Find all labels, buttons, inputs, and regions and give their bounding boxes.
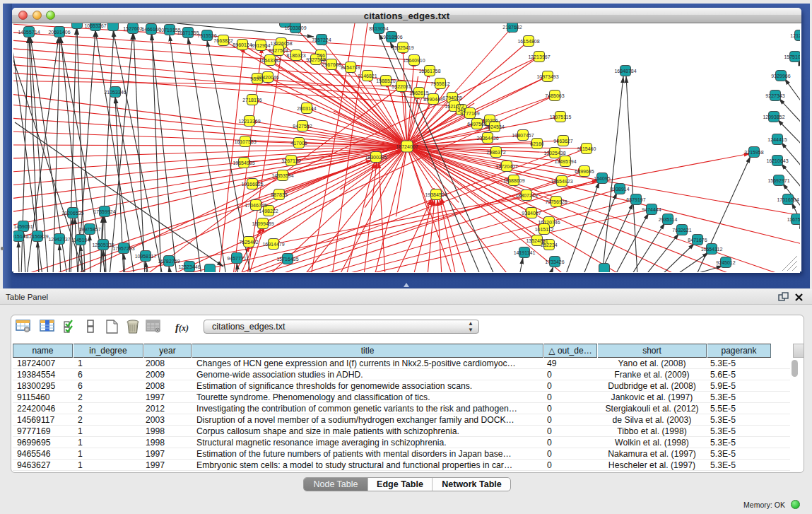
svg-text:12213967: 12213967	[528, 54, 550, 59]
svg-text:16543382: 16543382	[259, 58, 281, 63]
svg-text:5322037: 5322037	[392, 84, 411, 89]
svg-text:7625402: 7625402	[239, 240, 258, 245]
svg-text:19166825: 19166825	[241, 182, 263, 187]
svg-text:20206535: 20206535	[61, 211, 83, 216]
svg-text:8471676: 8471676	[688, 238, 707, 243]
svg-text:9463627: 9463627	[553, 139, 572, 144]
svg-text:2187682: 2187682	[502, 25, 522, 30]
svg-text:16961758: 16961758	[418, 69, 440, 74]
svg-text:19975857: 19975857	[78, 227, 100, 232]
svg-text:16107533: 16107533	[234, 139, 256, 144]
svg-text:16848784: 16848784	[614, 69, 636, 74]
svg-text:7515526: 7515526	[197, 33, 216, 38]
svg-text:13495794: 13495794	[554, 159, 576, 164]
svg-text:1615112: 1615112	[535, 227, 554, 232]
svg-text:9115460: 9115460	[577, 146, 596, 151]
svg-text:6794028: 6794028	[442, 95, 461, 100]
svg-text:7485063: 7485063	[545, 93, 564, 98]
svg-text:62160: 62160	[530, 141, 544, 146]
svg-text:9457771: 9457771	[227, 256, 246, 261]
svg-text:12213369: 12213369	[238, 119, 260, 124]
svg-text:16120746: 16120746	[538, 220, 560, 225]
svg-text:18300295: 18300295	[365, 155, 387, 160]
svg-text:15720407: 15720407	[495, 164, 517, 169]
svg-text:19218506: 19218506	[380, 35, 402, 40]
svg-text:2986372: 2986372	[486, 150, 505, 155]
svg-text:1733426: 1733426	[545, 259, 564, 264]
svg-text:16210643: 16210643	[766, 158, 788, 163]
svg-text:15716485: 15716485	[276, 257, 298, 262]
svg-text:12156829: 12156829	[26, 234, 48, 239]
svg-text:746206: 746206	[481, 118, 498, 123]
svg-text:13226058: 13226058	[270, 41, 292, 46]
svg-text:2718176: 2718176	[242, 98, 261, 103]
svg-text:15640910: 15640910	[403, 58, 425, 63]
svg-text:7955812: 7955812	[430, 81, 449, 86]
svg-text:8454749: 8454749	[341, 65, 360, 70]
svg-text:252234: 252234	[541, 243, 557, 247]
svg-text:1212506: 1212506	[790, 33, 800, 38]
svg-text:8813054: 8813054	[369, 26, 388, 31]
svg-text:10654112: 10654112	[701, 247, 723, 252]
svg-text:12505135: 12505135	[92, 243, 114, 247]
svg-text:16671355: 16671355	[177, 30, 199, 35]
svg-text:3267130: 3267130	[281, 158, 300, 163]
svg-text:14055714: 14055714	[18, 30, 40, 35]
svg-text:887833: 887833	[271, 192, 287, 197]
svg-text:417006: 417006	[290, 141, 307, 146]
svg-text:3024534: 3024534	[485, 124, 504, 129]
svg-text:19654923: 19654923	[551, 179, 572, 184]
svg-text:16914479: 16914479	[262, 242, 284, 247]
svg-text:1498222: 1498222	[259, 209, 278, 214]
svg-text:7632621: 7632621	[672, 228, 691, 233]
svg-text:1562615: 1562615	[409, 90, 428, 95]
svg-text:1167534: 1167534	[787, 217, 800, 222]
svg-text:1145194: 1145194	[71, 238, 90, 243]
svg-text:9329966: 9329966	[771, 74, 790, 78]
svg-text:12942737: 12942737	[48, 237, 70, 242]
svg-text:10688609: 10688609	[502, 178, 524, 183]
svg-text:18724007: 18724007	[396, 144, 418, 149]
svg-text:1244415: 1244415	[767, 137, 787, 142]
svg-text:17016504: 17016504	[777, 197, 799, 202]
svg-text:12323446: 12323446	[178, 264, 200, 269]
svg-text:8938914: 8938914	[610, 187, 629, 192]
svg-text:164095: 164095	[594, 176, 610, 181]
svg-text:10958117: 10958117	[135, 254, 157, 259]
svg-text:15751074: 15751074	[784, 54, 800, 59]
svg-text:6879197: 6879197	[626, 197, 645, 202]
svg-text:9384067: 9384067	[522, 211, 541, 216]
svg-text:15325419: 15325419	[392, 45, 413, 50]
svg-text:10653267: 10653267	[84, 23, 106, 28]
svg-text:6899695: 6899695	[575, 169, 594, 174]
svg-text:8427552: 8427552	[293, 124, 312, 129]
svg-text:9777169: 9777169	[460, 111, 479, 116]
svg-text:9474444: 9474444	[642, 207, 661, 212]
svg-text:14353594: 14353594	[271, 173, 293, 178]
svg-text:16154808: 16154808	[517, 39, 539, 44]
svg-text:79756928: 79756928	[545, 199, 567, 204]
svg-text:17957253: 17957253	[112, 246, 134, 251]
svg-text:19384554: 19384554	[425, 192, 447, 197]
svg-text:9227343: 9227343	[765, 93, 784, 98]
svg-text:14191141: 14191141	[514, 250, 536, 255]
svg-text:12093852: 12093852	[763, 115, 784, 119]
svg-text:9327508: 9327508	[306, 57, 325, 62]
svg-text:18099489: 18099489	[252, 221, 273, 226]
svg-text:10025438: 10025438	[543, 151, 565, 156]
svg-text:9327503: 9327503	[269, 48, 288, 53]
svg-text:16782759: 16782759	[158, 259, 180, 264]
svg-text:3215958: 3215958	[744, 150, 763, 155]
svg-text:17359924: 17359924	[93, 209, 115, 214]
svg-text:20691406: 20691406	[48, 30, 70, 35]
svg-text:16033809: 16033809	[284, 25, 306, 30]
svg-text:12975115: 12975115	[550, 115, 572, 119]
svg-text:8912954: 8912954	[251, 43, 270, 48]
svg-text:7857224: 7857224	[312, 37, 331, 42]
svg-text:1527602: 1527602	[123, 26, 142, 31]
svg-text:10807457: 10807457	[512, 133, 534, 138]
svg-text:18807249: 18807249	[515, 193, 537, 198]
svg-text:8960124: 8960124	[233, 42, 252, 47]
svg-text:2803144: 2803144	[297, 106, 316, 111]
svg-text:2935114: 2935114	[659, 217, 678, 222]
